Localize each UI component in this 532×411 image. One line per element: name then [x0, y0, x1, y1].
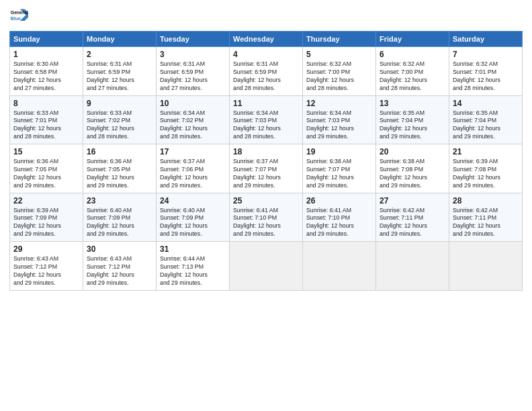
day-info: Sunrise: 6:32 AM Sunset: 7:00 PM Dayligh…: [380, 60, 445, 93]
calendar-body: 1Sunrise: 6:30 AM Sunset: 6:58 PM Daylig…: [10, 47, 523, 291]
day-number: 10: [160, 99, 226, 108]
svg-text:Blue: Blue: [11, 16, 21, 21]
day-info: Sunrise: 6:30 AM Sunset: 6:58 PM Dayligh…: [13, 60, 79, 93]
calendar-week-row: 8Sunrise: 6:33 AM Sunset: 7:01 PM Daylig…: [10, 95, 523, 144]
calendar-cell: 13Sunrise: 6:35 AM Sunset: 7:04 PM Dayli…: [376, 95, 449, 144]
day-number: 22: [13, 196, 79, 205]
day-number: 11: [233, 99, 299, 108]
calendar-cell: [303, 242, 376, 291]
calendar-cell: 12Sunrise: 6:34 AM Sunset: 7:03 PM Dayli…: [303, 95, 376, 144]
day-number: 8: [13, 99, 79, 108]
calendar-cell: [376, 242, 449, 291]
svg-text:General: General: [11, 10, 28, 15]
calendar-cell: 7Sunrise: 6:32 AM Sunset: 7:01 PM Daylig…: [449, 47, 523, 96]
day-info: Sunrise: 6:43 AM Sunset: 7:12 PM Dayligh…: [13, 255, 79, 287]
calendar-table: SundayMondayTuesdayWednesdayThursdayFrid…: [9, 31, 523, 291]
calendar-cell: 26Sunrise: 6:41 AM Sunset: 7:10 PM Dayli…: [303, 193, 376, 242]
day-number: 24: [160, 196, 226, 205]
logo: General Blue: [9, 7, 28, 26]
weekday-header: Saturday: [449, 32, 523, 47]
day-info: Sunrise: 6:41 AM Sunset: 7:10 PM Dayligh…: [306, 207, 372, 239]
calendar-cell: 20Sunrise: 6:38 AM Sunset: 7:08 PM Dayli…: [376, 144, 449, 193]
calendar-cell: 14Sunrise: 6:35 AM Sunset: 7:04 PM Dayli…: [449, 95, 523, 144]
calendar-week-row: 29Sunrise: 6:43 AM Sunset: 7:12 PM Dayli…: [10, 242, 523, 291]
day-number: 13: [380, 99, 445, 108]
calendar-cell: 24Sunrise: 6:40 AM Sunset: 7:09 PM Dayli…: [157, 193, 230, 242]
day-number: 4: [233, 50, 299, 59]
calendar-week-row: 15Sunrise: 6:36 AM Sunset: 7:05 PM Dayli…: [10, 144, 523, 193]
day-info: Sunrise: 6:43 AM Sunset: 7:12 PM Dayligh…: [87, 255, 152, 287]
calendar-cell: 19Sunrise: 6:38 AM Sunset: 7:07 PM Dayli…: [303, 144, 376, 193]
calendar-cell: 29Sunrise: 6:43 AM Sunset: 7:12 PM Dayli…: [10, 242, 83, 291]
day-number: 3: [160, 50, 226, 59]
day-info: Sunrise: 6:38 AM Sunset: 7:08 PM Dayligh…: [380, 158, 445, 190]
day-info: Sunrise: 6:36 AM Sunset: 7:05 PM Dayligh…: [87, 158, 152, 190]
day-info: Sunrise: 6:41 AM Sunset: 7:10 PM Dayligh…: [233, 207, 299, 239]
calendar-week-row: 1Sunrise: 6:30 AM Sunset: 6:58 PM Daylig…: [10, 47, 523, 96]
calendar-cell: [449, 242, 523, 291]
day-info: Sunrise: 6:36 AM Sunset: 7:05 PM Dayligh…: [13, 158, 79, 190]
day-number: 19: [306, 147, 372, 156]
day-number: 5: [306, 50, 372, 59]
calendar-cell: 6Sunrise: 6:32 AM Sunset: 7:00 PM Daylig…: [376, 47, 449, 96]
calendar-cell: 21Sunrise: 6:39 AM Sunset: 7:08 PM Dayli…: [449, 144, 523, 193]
day-number: 30: [87, 244, 152, 254]
day-info: Sunrise: 6:42 AM Sunset: 7:11 PM Dayligh…: [453, 207, 519, 239]
day-info: Sunrise: 6:33 AM Sunset: 7:01 PM Dayligh…: [13, 109, 79, 142]
calendar-cell: 23Sunrise: 6:40 AM Sunset: 7:09 PM Dayli…: [83, 193, 157, 242]
calendar-cell: 18Sunrise: 6:37 AM Sunset: 7:07 PM Dayli…: [230, 144, 303, 193]
day-info: Sunrise: 6:42 AM Sunset: 7:11 PM Dayligh…: [380, 207, 445, 239]
weekday-header: Sunday: [10, 32, 83, 47]
calendar-week-row: 22Sunrise: 6:39 AM Sunset: 7:09 PM Dayli…: [10, 193, 523, 242]
day-info: Sunrise: 6:38 AM Sunset: 7:07 PM Dayligh…: [306, 158, 372, 190]
day-number: 1: [13, 50, 79, 59]
weekday-header: Monday: [83, 32, 157, 47]
day-number: 16: [87, 147, 152, 156]
day-info: Sunrise: 6:32 AM Sunset: 7:00 PM Dayligh…: [306, 60, 372, 93]
day-info: Sunrise: 6:31 AM Sunset: 6:59 PM Dayligh…: [87, 60, 152, 93]
day-number: 25: [233, 196, 299, 205]
calendar-cell: 11Sunrise: 6:34 AM Sunset: 7:03 PM Dayli…: [230, 95, 303, 144]
day-info: Sunrise: 6:33 AM Sunset: 7:02 PM Dayligh…: [87, 109, 152, 142]
day-info: Sunrise: 6:44 AM Sunset: 7:13 PM Dayligh…: [160, 255, 226, 287]
calendar-cell: 30Sunrise: 6:43 AM Sunset: 7:12 PM Dayli…: [83, 242, 157, 291]
weekday-header: Tuesday: [157, 32, 230, 47]
weekday-header: Thursday: [303, 32, 376, 47]
day-info: Sunrise: 6:35 AM Sunset: 7:04 PM Dayligh…: [453, 109, 519, 142]
day-number: 29: [13, 244, 79, 254]
day-info: Sunrise: 6:37 AM Sunset: 7:06 PM Dayligh…: [160, 158, 226, 190]
weekday-header: Wednesday: [230, 32, 303, 47]
day-number: 20: [380, 147, 445, 156]
day-number: 18: [233, 147, 299, 156]
day-number: 23: [87, 196, 152, 205]
day-info: Sunrise: 6:39 AM Sunset: 7:08 PM Dayligh…: [453, 158, 519, 190]
day-number: 9: [87, 99, 152, 108]
day-info: Sunrise: 6:40 AM Sunset: 7:09 PM Dayligh…: [160, 207, 226, 239]
day-number: 15: [13, 147, 79, 156]
day-number: 12: [306, 99, 372, 108]
calendar-cell: 2Sunrise: 6:31 AM Sunset: 6:59 PM Daylig…: [83, 47, 157, 96]
calendar-cell: 5Sunrise: 6:32 AM Sunset: 7:00 PM Daylig…: [303, 47, 376, 96]
day-number: 14: [453, 99, 519, 108]
weekday-header: Friday: [376, 32, 449, 47]
calendar-cell: 17Sunrise: 6:37 AM Sunset: 7:06 PM Dayli…: [157, 144, 230, 193]
day-info: Sunrise: 6:37 AM Sunset: 7:07 PM Dayligh…: [233, 158, 299, 190]
day-number: 17: [160, 147, 226, 156]
day-number: 2: [87, 50, 152, 59]
day-number: 27: [380, 196, 445, 205]
page-header: General Blue: [9, 7, 523, 26]
calendar-cell: 15Sunrise: 6:36 AM Sunset: 7:05 PM Dayli…: [10, 144, 83, 193]
calendar-cell: 8Sunrise: 6:33 AM Sunset: 7:01 PM Daylig…: [10, 95, 83, 144]
day-number: 31: [160, 244, 226, 254]
day-info: Sunrise: 6:31 AM Sunset: 6:59 PM Dayligh…: [160, 60, 226, 93]
day-info: Sunrise: 6:40 AM Sunset: 7:09 PM Dayligh…: [87, 207, 152, 239]
calendar-cell: 4Sunrise: 6:31 AM Sunset: 6:59 PM Daylig…: [230, 47, 303, 96]
calendar-cell: 16Sunrise: 6:36 AM Sunset: 7:05 PM Dayli…: [83, 144, 157, 193]
day-number: 26: [306, 196, 372, 205]
calendar-cell: 25Sunrise: 6:41 AM Sunset: 7:10 PM Dayli…: [230, 193, 303, 242]
day-number: 21: [453, 147, 519, 156]
day-number: 6: [380, 50, 445, 59]
calendar-cell: 22Sunrise: 6:39 AM Sunset: 7:09 PM Dayli…: [10, 193, 83, 242]
day-info: Sunrise: 6:34 AM Sunset: 7:02 PM Dayligh…: [160, 109, 226, 142]
day-info: Sunrise: 6:39 AM Sunset: 7:09 PM Dayligh…: [13, 207, 79, 239]
